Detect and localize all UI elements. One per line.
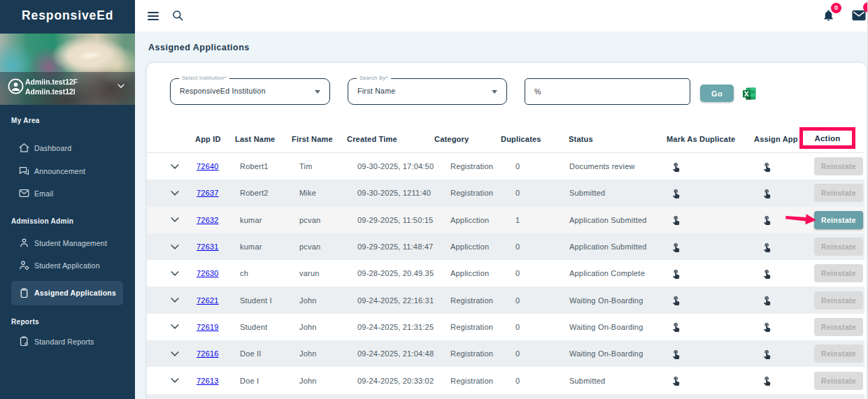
search-by-select[interactable]: Search By* First Name: [348, 78, 507, 105]
table-row: 72619 Student John 09-24-2025, 21:31:25 …: [147, 314, 865, 340]
expand-chevron-icon[interactable]: [166, 298, 197, 303]
assign-app-icon[interactable]: [762, 321, 772, 332]
cell-duplicates: 0: [507, 269, 569, 277]
cell-last-name: Robert1: [240, 162, 299, 171]
cell-created-time: 09-29-2025, 11:50:15: [357, 216, 450, 224]
cell-category: Registration: [450, 162, 507, 171]
mark-as-duplicate-icon[interactable]: [671, 349, 681, 359]
col-app-id: App ID: [195, 135, 221, 143]
profile-chevron-icon[interactable]: [118, 84, 124, 89]
col-last-name: Last Name: [235, 135, 275, 143]
mark-as-duplicate-icon[interactable]: [671, 161, 681, 172]
col-action: Action: [815, 134, 841, 143]
cell-created-time: 09-24-2025, 21:04:48: [357, 349, 450, 358]
assign-app-icon[interactable]: [762, 188, 772, 198]
reinstate-button[interactable]: Reinstate: [814, 344, 863, 363]
reinstate-button[interactable]: Reinstate: [814, 238, 863, 256]
sidebar-item-label: Student Management: [34, 239, 107, 247]
institution-select[interactable]: Select Institution* ResponsiveEd Institu…: [170, 78, 330, 105]
cell-first-name: John: [299, 377, 357, 385]
expand-chevron-icon[interactable]: [166, 271, 197, 276]
sidebar-item-assigned-applications[interactable]: Assigned Applications: [11, 281, 123, 305]
app-id-link[interactable]: 72640: [197, 162, 219, 171]
mark-as-duplicate-icon[interactable]: [671, 242, 681, 252]
menu-toggle-icon[interactable]: [148, 12, 159, 20]
chevron-down-icon: [492, 90, 497, 94]
search-text-input[interactable]: %: [525, 78, 690, 105]
expand-chevron-icon[interactable]: [166, 378, 197, 383]
sidebar-item-standard-reports[interactable]: Standard Reports: [0, 333, 135, 350]
assign-app-icon[interactable]: [762, 268, 772, 279]
reinstate-button[interactable]: Reinstate: [814, 372, 863, 390]
reinstate-button[interactable]: Reinstate: [814, 318, 863, 336]
assign-app-icon[interactable]: [762, 295, 772, 305]
sidebar-item-label: Student Application: [34, 261, 100, 270]
mark-as-duplicate-icon[interactable]: [671, 188, 681, 198]
cell-category: Applicction: [450, 242, 507, 251]
expand-chevron-icon[interactable]: [166, 324, 197, 329]
search-by-select-value: First Name: [357, 87, 395, 95]
app-id-link[interactable]: 72616: [197, 349, 219, 358]
assign-app-icon[interactable]: [762, 161, 772, 172]
sidebar-item-student-management[interactable]: Student Management: [0, 235, 135, 252]
brand-name: ResponsiveEd: [22, 8, 113, 23]
cell-last-name: ch: [240, 269, 299, 277]
sidebar-item-student-application[interactable]: Student Application: [0, 257, 135, 274]
app-id-link[interactable]: 72619: [197, 323, 219, 331]
go-button[interactable]: Go: [700, 85, 734, 102]
expand-chevron-icon[interactable]: [166, 217, 197, 222]
reinstate-button[interactable]: Reinstate: [814, 264, 863, 282]
app-id-link[interactable]: 72637: [197, 189, 219, 197]
cell-category: Registration: [450, 377, 507, 385]
assign-app-icon[interactable]: [762, 375, 772, 386]
cell-duplicates: 1: [507, 216, 569, 224]
report-icon: [18, 335, 30, 347]
user-name-line2: Admiin.test12l: [25, 87, 92, 97]
reinstate-button[interactable]: Reinstate: [814, 211, 863, 229]
cell-last-name: Doe II: [240, 349, 299, 358]
mark-as-duplicate-icon[interactable]: [671, 295, 681, 305]
assign-app-icon[interactable]: [762, 349, 772, 359]
excel-export-icon[interactable]: [743, 87, 756, 100]
profile-overlay[interactable]: Admiin.test12F Admiin.test12l: [0, 72, 135, 105]
app-id-link[interactable]: 72621: [197, 296, 219, 305]
email-icon: [18, 187, 30, 199]
expand-chevron-icon[interactable]: [166, 164, 197, 169]
search-text-value: %: [534, 87, 541, 96]
brand-logo: ResponsiveEd: [0, 0, 135, 34]
expand-chevron-icon[interactable]: [166, 351, 197, 356]
table-row: 72630 ch varun 09-28-2025, 20.49.35 Appl…: [147, 260, 865, 286]
assign-app-icon[interactable]: [762, 242, 772, 252]
sidebar-item-dashboard[interactable]: Dashboard: [0, 140, 135, 157]
app-id-link[interactable]: 72613: [197, 377, 219, 385]
sidebar-item-label: Dashboard: [34, 144, 71, 152]
app-id-link[interactable]: 72632: [197, 216, 219, 224]
cell-created-time: 09-24-2025, 22:16:31: [357, 296, 450, 305]
app-id-link[interactable]: 72631: [197, 242, 219, 251]
mail-icon[interactable]: [852, 10, 866, 21]
mark-as-duplicate-icon[interactable]: [671, 215, 681, 225]
search-icon[interactable]: [171, 9, 184, 22]
reinstate-button[interactable]: Reinstate: [814, 291, 863, 310]
expand-chevron-icon[interactable]: [166, 191, 197, 196]
nav-section-my-area: My Area: [11, 117, 40, 124]
col-category: Category: [434, 135, 469, 143]
reinstate-button[interactable]: Reinstate: [814, 184, 863, 202]
nav-section-reports: Reports: [11, 318, 39, 326]
app-id-link[interactable]: 72630: [197, 269, 219, 277]
institution-select-label: Select Institution*: [179, 75, 229, 81]
reinstate-button[interactable]: Reinstate: [814, 157, 863, 175]
assign-app-icon[interactable]: [762, 215, 772, 225]
sidebar-item-announcement[interactable]: Announcement: [0, 163, 135, 180]
mark-as-duplicate-icon[interactable]: [671, 268, 681, 279]
mark-as-duplicate-icon[interactable]: [671, 375, 681, 386]
table-row: 72631 kumar pcvan 09-29-2025, 11:48:47 A…: [147, 233, 865, 260]
mark-as-duplicate-icon[interactable]: [671, 321, 681, 332]
topbar: 0: [135, 0, 868, 31]
cell-status: Application Complete: [569, 269, 667, 277]
cell-created-time: 09-30-2025, 1211:40: [357, 189, 450, 197]
cell-status: Application Submitted: [569, 242, 667, 251]
sidebar-item-email[interactable]: Email: [0, 185, 135, 202]
cell-first-name: John: [299, 323, 357, 331]
expand-chevron-icon[interactable]: [166, 245, 197, 249]
